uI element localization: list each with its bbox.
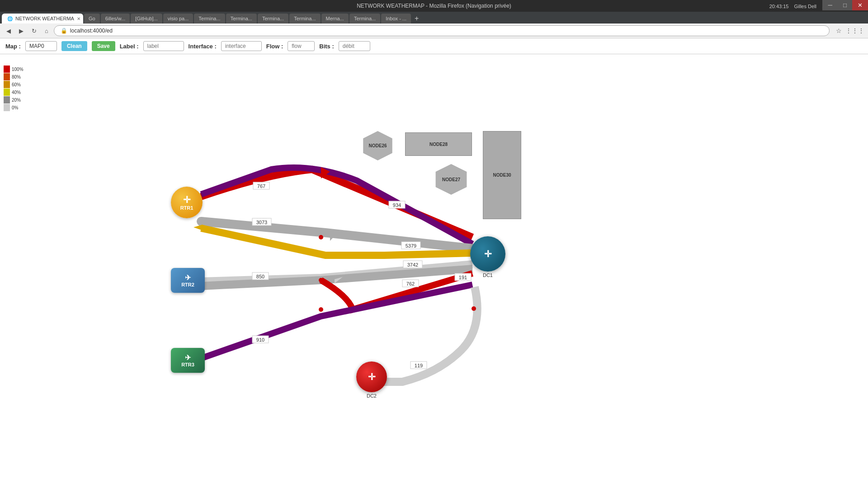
legend-20-bar: [4, 96, 10, 103]
nav-bar: ◀ ▶ ↻ ⌂ 🔒 localhost:4000/ed ☆ ⋮⋮⋮: [0, 23, 868, 38]
rtr1-icon: ✛: [183, 194, 191, 205]
back-button[interactable]: ◀: [4, 26, 14, 36]
active-tab[interactable]: 🌐 NETWORK WEATHERMA ✕: [2, 14, 83, 23]
dc2-shape: ✛: [356, 361, 387, 392]
node27-shape: NODE27: [433, 164, 469, 195]
tab-term2[interactable]: Termina...: [226, 14, 257, 23]
network-svg: 767 934 3073 5379 850 3742 762 191 910 1…: [32, 66, 868, 488]
tab-label: NETWORK WEATHERMA: [15, 16, 74, 21]
dot-rtr1-mid: [319, 235, 323, 239]
interface-label: Interface :: [189, 43, 217, 50]
legend-60-bar: [4, 81, 10, 88]
legend-20-label: 20%: [12, 98, 21, 103]
rtr2-shape: ✈ RTR2: [171, 268, 205, 293]
new-tab-button[interactable]: +: [412, 14, 421, 23]
label-input[interactable]: [143, 41, 184, 51]
tab-go[interactable]: Go: [84, 14, 100, 23]
dc1-shape: ✛: [470, 236, 505, 272]
tab-inbox[interactable]: Inbox - ...: [381, 14, 411, 23]
save-button[interactable]: Save: [92, 41, 115, 51]
user-display: Gilles Dell: [794, 4, 816, 9]
legend-0-bar: [4, 104, 10, 111]
rtr1-label: RTR1: [180, 205, 193, 211]
legend-60-label: 60%: [12, 82, 21, 87]
link-value-3073: 3073: [256, 220, 267, 225]
link-value-767: 767: [257, 183, 265, 189]
node-node27[interactable]: NODE27: [433, 164, 469, 195]
node-dc1[interactable]: ✛ DC1: [470, 236, 505, 278]
close-button[interactable]: ✕: [852, 0, 868, 10]
tab-term3[interactable]: Termina...: [258, 14, 288, 23]
interface-input[interactable]: [221, 41, 262, 51]
node-rtr2[interactable]: ✈ RTR2: [171, 268, 205, 293]
menu-icon[interactable]: ⋮⋮⋮: [845, 27, 864, 34]
node-node30[interactable]: NODE30: [483, 131, 521, 219]
bits-label: Bits :: [319, 43, 334, 50]
label-label: Label :: [120, 43, 139, 50]
flow-label: Flow :: [266, 43, 283, 50]
legend-80-label: 80%: [12, 75, 21, 80]
node-rtr1[interactable]: ✛ RTR1: [171, 187, 203, 218]
legend-80-bar: [4, 73, 10, 80]
dot-rtr2: [319, 278, 323, 282]
tab-github2[interactable]: [GitHub]...: [131, 14, 162, 23]
tab-term5[interactable]: Termina...: [349, 14, 380, 23]
forward-button[interactable]: ▶: [16, 26, 26, 36]
rtr3-shape: ✈ RTR3: [171, 348, 205, 373]
tab-merna[interactable]: Merna...: [321, 14, 349, 23]
map-canvas: 767 934 3073 5379 850 3742 762 191 910 1…: [32, 66, 868, 488]
node26-shape: NODE26: [361, 131, 395, 160]
node-rtr3[interactable]: ✈ RTR3: [171, 348, 205, 373]
legend-40-label: 40%: [12, 90, 21, 95]
dot-dc1-lower: [472, 306, 476, 311]
bits-input[interactable]: [339, 41, 370, 51]
link-value-850: 850: [256, 274, 264, 279]
dc2-icon: ✛: [368, 371, 376, 382]
url-display: localhost:4000/ed: [70, 28, 823, 34]
dc1-label: DC1: [483, 272, 493, 278]
link-value-762: 762: [406, 281, 415, 286]
legend-40-bar: [4, 89, 10, 96]
link-value-5379: 5379: [406, 243, 416, 249]
clean-button[interactable]: Clean: [61, 41, 87, 51]
url-bar[interactable]: 🔒 localhost:4000/ed: [54, 25, 830, 36]
window-title: NETWORK WEATHERMAP - Mozilla Firefox (Na…: [357, 3, 511, 9]
link-value-119: 119: [415, 363, 423, 368]
node-node26[interactable]: NODE26: [361, 131, 395, 160]
map-label: Map :: [5, 43, 21, 50]
home-button[interactable]: ⌂: [42, 26, 51, 36]
minimize-button[interactable]: ─: [822, 0, 837, 10]
node-node28[interactable]: NODE28: [405, 132, 472, 156]
tab-term4[interactable]: Termina...: [289, 14, 320, 23]
link-value-191: 191: [459, 275, 467, 280]
rtr2-label: RTR2: [181, 282, 194, 287]
node28-shape: NODE28: [405, 132, 472, 156]
legend: 100% 80% 60% 40% 20% 0%: [4, 66, 31, 112]
nav-icons: ☆ ⋮⋮⋮: [836, 27, 864, 34]
rtr1-shape: ✛ RTR1: [171, 187, 203, 218]
tab-github[interactable]: 6illes/w...: [101, 14, 130, 23]
tab-close-button[interactable]: ✕: [77, 16, 80, 21]
link-rtr3-dc1-fwd[interactable]: [201, 285, 472, 358]
tab-visio[interactable]: visio pa...: [163, 14, 193, 23]
map-input[interactable]: [25, 41, 57, 51]
reload-button[interactable]: ↻: [29, 26, 39, 36]
link-value-934: 934: [393, 202, 401, 208]
time-display: 20:43:15: [769, 4, 789, 9]
dot-rtr-lower: [319, 307, 323, 312]
rtr3-icon: ✈: [185, 353, 191, 362]
tab-term1[interactable]: Termina...: [194, 14, 225, 23]
arrow-yellow-ret: [193, 225, 203, 230]
maximize-button[interactable]: □: [838, 0, 852, 10]
tab-bar: 🌐 NETWORK WEATHERMA ✕ Go 6illes/w... [Gi…: [0, 12, 868, 23]
bookmark-star-icon[interactable]: ☆: [836, 27, 842, 34]
rtr2-icon: ✈: [185, 273, 191, 282]
app-toolbar: Map : Clean Save Label : Interface : Flo…: [0, 38, 868, 54]
legend-100-label: 100%: [12, 67, 24, 72]
legend-0-label: 0%: [12, 105, 18, 110]
flow-input[interactable]: [288, 41, 315, 51]
browser-chrome: NETWORK WEATHERMAP - Mozilla Firefox (Na…: [0, 0, 868, 38]
link-value-3742: 3742: [407, 262, 418, 267]
node-dc2[interactable]: ✛ DC2: [356, 361, 387, 399]
node30-shape: NODE30: [483, 131, 521, 219]
